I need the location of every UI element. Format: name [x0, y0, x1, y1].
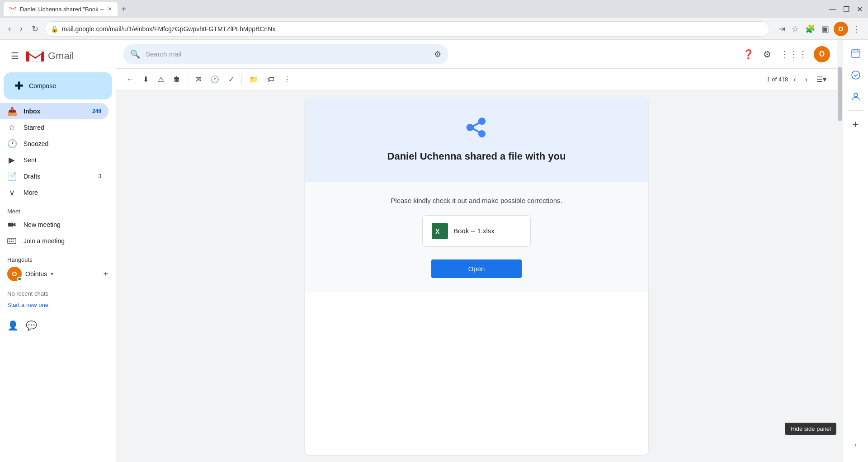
nav-inbox[interactable]: 📥 Inbox 248 [0, 103, 108, 119]
svg-text:X: X [435, 228, 440, 235]
excel-icon: X [432, 223, 448, 239]
nav-starred[interactable]: ☆ Starred [0, 119, 108, 136]
extension-button[interactable]: 🧩 [803, 22, 817, 36]
archive-button[interactable]: ⬇ [139, 72, 152, 86]
address-bar[interactable]: 🔒 mail.google.com/mail/u/1/#inbox/FMfcgz… [45, 21, 769, 37]
hamburger-menu[interactable]: ☰ [7, 47, 23, 65]
add-panel-button[interactable]: + [846, 114, 866, 134]
keyboard-icon [7, 236, 16, 245]
browser-tab[interactable]: Daniel Uchenna shared "Book -- ✕ [4, 2, 118, 16]
hangouts-username: Obintus [25, 270, 47, 278]
compose-button[interactable]: ✚ Compose [4, 72, 112, 99]
sidebar: ☰ Gmail ✚ Compose 📥 Inbox 248 [0, 40, 116, 462]
browser-titlebar: Daniel Uchenna shared "Book -- ✕ + — ❐ ✕ [0, 0, 868, 18]
add-hangout-button[interactable]: + [103, 269, 108, 279]
view-options-button[interactable]: ☰▾ [813, 72, 830, 86]
contacts-panel-button[interactable] [846, 87, 866, 107]
window-close[interactable]: ✕ [855, 3, 864, 15]
prev-email-button[interactable]: ‹ [790, 73, 799, 86]
chrome-menu[interactable]: ⋮ [851, 22, 863, 36]
main-content: 🔍 Search mail ⚙ ❓ ⚙ ⋮⋮⋮ O ← ⬇ ⚠ 🗑 ✉ 🕐 ✓ … [116, 40, 837, 462]
gmail-app: ☰ Gmail ✚ Compose 📥 Inbox 248 [0, 40, 868, 462]
calendar-panel-button[interactable] [846, 43, 866, 63]
open-button[interactable]: Open [431, 259, 522, 278]
hangouts-icon[interactable]: 💬 [26, 320, 37, 331]
forward-button[interactable]: › [17, 22, 25, 35]
gmail-wordmark: Gmail [48, 50, 74, 62]
tasks-panel-button[interactable] [846, 65, 866, 85]
new-tab-button[interactable]: + [121, 4, 127, 14]
url-text: mail.google.com/mail/u/1/#inbox/FMfcgzGp… [62, 25, 764, 33]
right-panel-divider [849, 110, 863, 111]
back-to-inbox[interactable]: ← [123, 73, 137, 86]
spam-button[interactable]: ⚠ [154, 72, 168, 86]
inbox-count: 248 [92, 108, 101, 114]
tab-favicon [9, 5, 16, 13]
snoozed-label: Snoozed [24, 140, 48, 147]
file-attachment[interactable]: X Book -- 1.xlsx [422, 215, 531, 247]
email-body-section: Please kindly check it out and make poss… [305, 182, 648, 292]
new-meeting-label: New meeting [24, 221, 61, 228]
hangouts-section: O Obintus ▾ + No recent chats Start a ne… [0, 265, 116, 335]
sidebar-toggle[interactable]: ▣ [820, 22, 831, 36]
email-body-area: Daniel Uchenna shared a file with you Pl… [116, 90, 837, 462]
more-label: More [24, 189, 38, 196]
apps-button[interactable]: ⋮⋮⋮ [778, 46, 810, 62]
start-new-link[interactable]: Start a new one [7, 301, 48, 309]
browser-frame: Daniel Uchenna shared "Book -- ✕ + — ❐ ✕… [0, 0, 868, 40]
collapse-panel-button[interactable]: › [846, 435, 866, 455]
inbox-label: Inbox [24, 108, 40, 115]
bookmark-button[interactable]: ☆ [790, 22, 801, 36]
settings-button[interactable]: ⚙ [760, 46, 774, 62]
drafts-icon: 📄 [7, 171, 16, 181]
snooze-button[interactable]: 🕐 [207, 72, 223, 86]
cast-button[interactable]: ⇥ [777, 22, 787, 36]
sidebar-bottom-icons: 👤 💬 [7, 316, 108, 335]
browser-user-avatar[interactable]: O [834, 22, 848, 36]
more-actions-button[interactable]: ⋮ [280, 72, 294, 86]
next-email-button[interactable]: › [802, 73, 811, 86]
online-indicator [17, 277, 22, 281]
starred-label: Starred [24, 124, 44, 131]
tab-title: Daniel Uchenna shared "Book -- [20, 6, 104, 13]
hide-side-panel-tooltip: Hide side panel [785, 423, 836, 435]
hangouts-dropdown-arrow[interactable]: ▾ [51, 271, 53, 277]
nav-snoozed[interactable]: 🕐 Snoozed [0, 136, 108, 152]
contacts-icon[interactable]: 👤 [7, 320, 19, 331]
search-filter-icon[interactable]: ⚙ [434, 49, 441, 59]
window-minimize[interactable]: — [827, 3, 838, 15]
move-to-button[interactable]: 📁 [245, 72, 262, 86]
file-name: Book -- 1.xlsx [453, 227, 495, 235]
new-meeting-item[interactable]: New meeting [0, 217, 116, 233]
help-button[interactable]: ❓ [740, 46, 757, 62]
nav-sent[interactable]: ▶ Sent [0, 152, 108, 168]
gmail-user-avatar[interactable]: O [814, 46, 830, 62]
label-button[interactable]: 🏷 [264, 73, 278, 86]
scrollbar-thumb[interactable] [838, 67, 842, 121]
hangouts-section-label: Hangouts [0, 249, 116, 265]
delete-button[interactable]: 🗑 [170, 73, 184, 86]
nav-more[interactable]: ∨ More [0, 184, 108, 201]
gmail-logo: Gmail [26, 49, 74, 63]
svg-rect-3 [8, 238, 16, 244]
nav-drafts[interactable]: 📄 Drafts 3 [0, 168, 108, 184]
refresh-button[interactable]: ↻ [29, 22, 41, 36]
svg-rect-6 [13, 240, 14, 240]
scrollbar-area [837, 40, 843, 462]
back-button[interactable]: ‹ [5, 22, 14, 35]
email-hero-title: Daniel Uchenna shared a file with you [314, 150, 639, 164]
mark-unread-button[interactable]: ✉ [192, 72, 205, 86]
window-maximize[interactable]: ❐ [841, 3, 851, 15]
svg-rect-4 [9, 240, 10, 240]
tab-close-button[interactable]: ✕ [108, 6, 112, 12]
sidebar-header: ☰ Gmail [0, 43, 116, 72]
toolbar-divider-2 [241, 74, 242, 85]
svg-rect-5 [11, 240, 12, 240]
pagination-text: 1 of 418 [767, 76, 788, 83]
add-task-button[interactable]: ✓ [225, 72, 238, 86]
join-meeting-item[interactable]: Join a meeting [0, 233, 116, 249]
search-box[interactable]: 🔍 Search mail ⚙ [123, 44, 448, 64]
email-message: Please kindly check it out and make poss… [323, 197, 630, 204]
email-card: Daniel Uchenna shared a file with you Pl… [305, 98, 648, 455]
join-meeting-label: Join a meeting [24, 237, 65, 245]
